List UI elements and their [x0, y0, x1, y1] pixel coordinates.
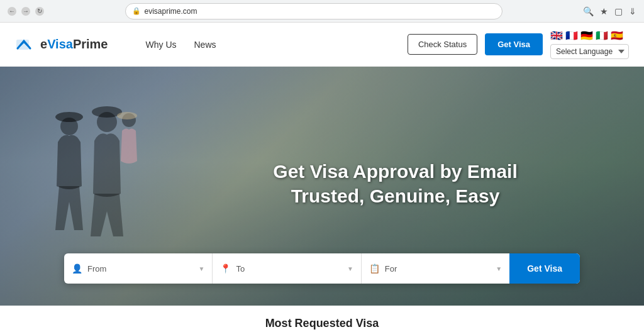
search-browser-icon[interactable]: 🔍 [583, 6, 594, 16]
extensions-icon[interactable]: ▢ [614, 6, 623, 16]
download-icon[interactable]: ⇓ [629, 6, 636, 16]
logo-text: eVisaPrime [40, 37, 108, 52]
flag-gb: 🇬🇧 [550, 30, 563, 42]
most-requested-section: Most Requested Visa [0, 306, 644, 332]
for-select[interactable]: For [385, 264, 491, 274]
flag-es: 🇪🇸 [611, 30, 623, 42]
get-visa-nav-button[interactable]: Get Visa [485, 33, 543, 55]
flag-de: 🇩🇪 [580, 30, 593, 42]
for-field: 📋 For ▼ [362, 253, 509, 284]
hero-title: Get Visa Approval by Email Trusted, Genu… [273, 159, 517, 208]
url-text: evisaprime.com [145, 7, 197, 16]
to-field: 📍 To ▼ [213, 253, 361, 284]
person-icon: 👤 [72, 263, 82, 274]
check-status-button[interactable]: Check Status [408, 34, 477, 55]
language-selector-wrapper: 🇬🇧 🇫🇷 🇩🇪 🇮🇹 🇪🇸 Select Language English F… [550, 30, 629, 59]
hero-title-line1: Get Visa Approval by Email [273, 161, 517, 182]
logo-brand-text: eVisaPrime [40, 37, 108, 51]
navbar: eVisaPrime Why Us News Check Status Get … [0, 23, 644, 67]
to-select[interactable]: To [236, 264, 342, 274]
forward-button[interactable]: → [21, 7, 30, 16]
calendar-icon: 📋 [369, 263, 380, 274]
browser-icons: 🔍 ★ ▢ ⇓ [583, 6, 636, 16]
logo[interactable]: eVisaPrime [15, 35, 108, 55]
svg-point-2 [60, 118, 78, 135]
svg-point-4 [97, 112, 117, 132]
nav-news[interactable]: News [194, 40, 216, 50]
nav-right: Check Status Get Visa 🇬🇧 🇫🇷 🇩🇪 🇮🇹 🇪🇸 Sel… [408, 30, 629, 59]
from-arrow-icon: ▼ [199, 265, 205, 272]
most-requested-title: Most Requested Visa [265, 317, 379, 329]
search-bar: 👤 From ▼ 📍 To ▼ 📋 For ▼ Get Visa [64, 253, 580, 284]
nav-links: Why Us News [146, 39, 216, 50]
hero-family-silhouette [31, 86, 170, 255]
hero-content: Get Visa Approval by Email Trusted, Genu… [273, 159, 517, 208]
flag-fr: 🇫🇷 [565, 30, 578, 42]
from-select[interactable]: From [87, 264, 194, 274]
nav-why-us[interactable]: Why Us [146, 40, 177, 50]
hero-title-line2: Trusted, Genuine, Easy [291, 185, 500, 206]
language-select[interactable]: Select Language English Français Deutsch… [550, 44, 629, 59]
flag-it: 🇮🇹 [596, 30, 608, 42]
address-bar: 🔒 evisaprime.com [125, 3, 502, 19]
logo-icon [15, 35, 35, 55]
browser-chrome: ← → ↻ 🔒 evisaprime.com 🔍 ★ ▢ ⇓ [0, 0, 644, 23]
svg-point-6 [117, 112, 137, 119]
back-button[interactable]: ← [8, 7, 16, 16]
from-field: 👤 From ▼ [64, 253, 213, 284]
search-visa-button[interactable]: Get Visa [509, 253, 580, 284]
for-arrow-icon: ▼ [496, 265, 502, 272]
location-icon: 📍 [220, 263, 231, 274]
hero-section: Get Visa Approval by Email Trusted, Genu… [0, 67, 644, 306]
star-icon[interactable]: ★ [600, 6, 608, 16]
flags-row: 🇬🇧 🇫🇷 🇩🇪 🇮🇹 🇪🇸 [550, 30, 623, 42]
reload-button[interactable]: ↻ [35, 7, 44, 16]
to-arrow-icon: ▼ [347, 265, 353, 272]
